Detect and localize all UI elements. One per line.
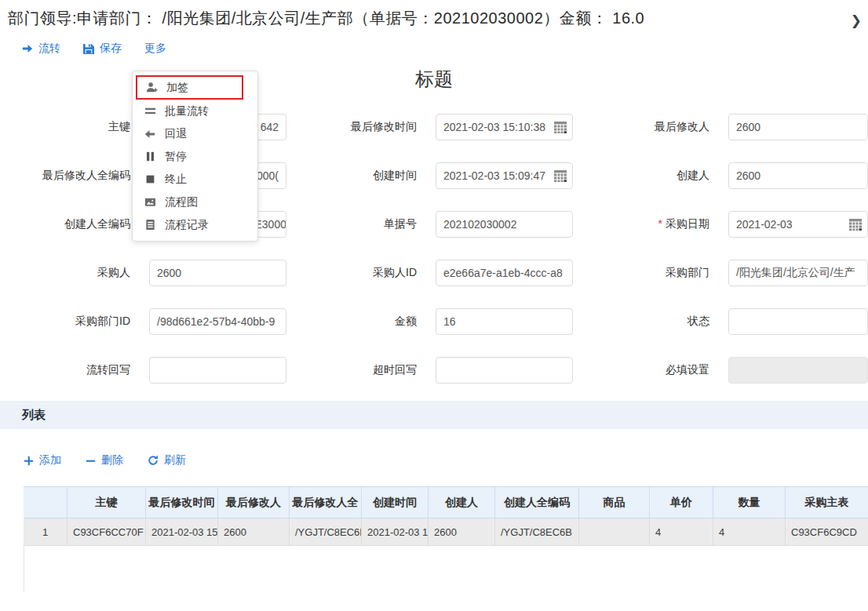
menu-item-countersign[interactable]: 加签 [136, 75, 243, 100]
cell-create-time[interactable]: 2021-02-03 15 [361, 518, 428, 545]
more-dropdown-menu: 加签 批量流转 回退 暂停 终止 [132, 71, 258, 242]
table-row[interactable]: 1 C93CF6CC70F 2021-02-03 15 2600 /YGJT/C… [24, 518, 868, 546]
field-purchase-date: *采购日期 2021-02-03 [573, 211, 868, 238]
menu-item-flow-record[interactable]: 流程记录 [133, 213, 257, 236]
creator-input[interactable]: 2600 [728, 162, 868, 189]
purchase-dept-id-input[interactable]: /98d661e2-57b4-40bb-9 [149, 308, 286, 335]
doc-number-input[interactable]: 202102030002 [436, 211, 573, 238]
page-header: 部门领导:申请部门： /阳光集团/北京公司/生产部（单据号：2021020300… [0, 0, 868, 29]
field-label: 最后修改时间 [286, 120, 436, 134]
calendar-icon[interactable] [554, 170, 567, 184]
field-label: 采购人ID [286, 266, 436, 280]
purchaser-id-input[interactable]: e2e66a7e-a1eb-4ccc-a8 [436, 260, 573, 286]
field-label: 最后修改人全编码 [0, 169, 149, 183]
table-header[interactable]: 最后修改人全 [289, 487, 361, 518]
field-label: 主键 [0, 120, 149, 134]
timeout-writeback-input[interactable] [436, 357, 573, 384]
status-input[interactable] [728, 308, 868, 335]
refresh-button[interactable]: 刷新 [148, 453, 186, 467]
cell-quantity[interactable]: 4 [713, 518, 785, 545]
form-grid: 主键 642 最后修改时间 2021-02-03 15:10:38 最后修改人 … [0, 114, 868, 384]
menu-item-pause[interactable]: 暂停 [133, 145, 257, 168]
more-button[interactable]: 更多 [144, 42, 166, 56]
minus-icon [86, 456, 96, 466]
save-button[interactable]: 保存 [83, 42, 122, 56]
table-header[interactable]: 创建人 [428, 487, 494, 518]
field-label: 流转回写 [0, 363, 149, 377]
purchase-date-input[interactable]: 2021-02-03 [728, 211, 868, 238]
delete-row-button[interactable]: 删除 [86, 453, 123, 467]
person-plus-icon [145, 82, 158, 94]
flowchart-image-icon [144, 196, 156, 209]
page-title: 部门领导:申请部门： /阳光集团/北京公司/生产部（单据号：2021020300… [8, 8, 851, 29]
cell-product[interactable] [578, 518, 649, 545]
pause-icon [144, 151, 156, 163]
toolbar: 流转 保存 更多 [22, 42, 868, 56]
field-label: 状态 [573, 315, 728, 329]
calendar-icon[interactable] [554, 122, 567, 136]
table-header-row: 主键 最后修改时间 最后修改人 最后修改人全 创建时间 创建人 创建人全编码 商… [24, 486, 868, 518]
table-header-select [24, 487, 67, 518]
amount-input[interactable]: 16 [436, 308, 573, 335]
list-toolbar: 添加 删除 刷新 [24, 453, 868, 467]
form-title: 标题 [0, 67, 868, 92]
field-label: 采购人 [0, 266, 149, 280]
cell-primary-key[interactable]: C93CF6CC70F [67, 518, 145, 545]
field-flow-writeback: 流转回写 [0, 357, 286, 384]
cell-creator[interactable]: 2600 [428, 518, 494, 545]
last-modified-time-input[interactable]: 2021-02-03 15:10:38 [436, 114, 573, 140]
field-amount: 金额 16 [286, 308, 573, 335]
field-label: 单据号 [286, 217, 436, 231]
menu-item-rollback[interactable]: 回退 [133, 122, 257, 145]
batch-list-icon [144, 105, 156, 118]
stop-icon [144, 173, 156, 186]
required-marker: * [658, 217, 662, 230]
page: 部门领导:申请部门： /阳光集团/北京公司/生产部（单据号：2021020300… [0, 0, 868, 611]
required-setting-input [728, 357, 868, 384]
row-index[interactable]: 1 [24, 518, 67, 545]
add-row-label: 添加 [39, 453, 61, 467]
table-header[interactable]: 数量 [713, 487, 785, 518]
refresh-label: 刷新 [164, 453, 186, 467]
cell-last-modified-time[interactable]: 2021-02-03 15 [145, 518, 217, 545]
more-button-label: 更多 [144, 42, 166, 56]
menu-item-terminate[interactable]: 终止 [133, 168, 257, 191]
last-modifier-input[interactable]: 2600 [728, 114, 868, 140]
table-header[interactable]: 单价 [649, 487, 713, 518]
menu-item-label: 终止 [165, 173, 187, 187]
cell-creator-code[interactable]: /YGJT/C8EC6B [494, 518, 578, 545]
purchase-dept-input[interactable]: /阳光集团/北京公司/生产 [728, 260, 868, 286]
create-time-input[interactable]: 2021-02-03 15:09:47 [436, 162, 573, 189]
table-header[interactable]: 最后修改时间 [145, 487, 217, 518]
cell-purchase-main[interactable]: C93CF6C9CD [785, 518, 868, 545]
purchaser-input[interactable]: 2600 [149, 260, 286, 286]
menu-item-batch-flow[interactable]: 批量流转 [133, 100, 257, 122]
table-header[interactable]: 最后修改人 [217, 487, 289, 518]
refresh-icon [148, 455, 159, 466]
flow-button[interactable]: 流转 [22, 42, 60, 56]
delete-row-label: 删除 [101, 453, 123, 467]
field-purchaser-id: 采购人ID e2e66a7e-a1eb-4ccc-a8 [286, 260, 573, 286]
save-button-label: 保存 [100, 42, 122, 56]
cell-last-modifier[interactable]: 2600 [217, 518, 289, 545]
field-timeout-writeback: 超时回写 [286, 357, 573, 384]
cell-unit-price[interactable]: 4 [649, 518, 713, 545]
table-header[interactable]: 创建时间 [361, 487, 428, 518]
add-row-button[interactable]: 添加 [24, 453, 61, 467]
table-header[interactable]: 商品 [578, 487, 649, 518]
calendar-icon[interactable] [849, 219, 862, 233]
flow-writeback-input[interactable] [149, 357, 286, 384]
table-header[interactable]: 采购主表 [785, 487, 868, 518]
menu-item-flowchart[interactable]: 流程图 [133, 191, 257, 213]
menu-item-label: 加签 [166, 81, 188, 95]
field-label: 采购部门ID [0, 315, 149, 329]
cell-last-modifier-code[interactable]: /YGJT/C8EC6B [289, 518, 361, 545]
field-required-setting: 必填设置 [573, 357, 868, 384]
collapse-panel-icon[interactable]: ❯ [851, 8, 863, 29]
field-label: 创建人全编码 [0, 217, 149, 231]
table-header[interactable]: 主键 [67, 487, 145, 518]
table-empty-area [24, 546, 868, 591]
field-label: 创建人 [573, 169, 728, 183]
field-purchase-dept: 采购部门 /阳光集团/北京公司/生产 [573, 260, 868, 286]
table-header[interactable]: 创建人全编码 [494, 487, 578, 518]
